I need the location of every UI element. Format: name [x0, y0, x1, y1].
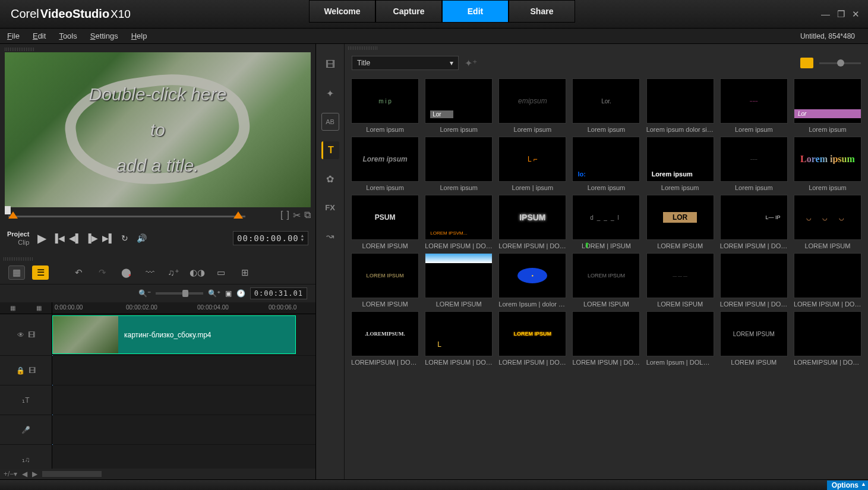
next-frame-icon[interactable]: ▐▶: [84, 230, 99, 246]
title-preset-thumb[interactable]: ~~~Lorem ipsum: [718, 137, 790, 191]
redo-icon[interactable]: ↷: [94, 265, 111, 280]
end-icon[interactable]: ▶▌: [100, 230, 116, 246]
title-track[interactable]: ₁T: [0, 385, 315, 415]
zoom-out-icon[interactable]: 🔍⁻: [138, 289, 151, 298]
undo-icon[interactable]: ↶: [70, 265, 87, 280]
voice-track[interactable]: 🎤: [0, 415, 315, 445]
voice-track-icon: 🎤: [21, 426, 30, 434]
mark-out-icon[interactable]: [233, 211, 243, 219]
overlay-track[interactable]: 🔒🎞: [0, 356, 315, 385]
step-welcome[interactable]: Welcome: [309, 0, 375, 23]
music-track[interactable]: ₁♫: [0, 445, 315, 469]
video-clip[interactable]: картинг-близко_сбоку.mp4: [52, 315, 296, 354]
timeline-toolbar: ▦ ☰ ↶ ↷ ⬤● 〰 ♫⁺ ◐◑ ▭ ⊞: [0, 261, 315, 284]
play-icon[interactable]: ▶: [34, 230, 49, 246]
timeline-zoom: 🔍⁻ 🔍⁺ ▣ 🕐 0:00:31.01: [0, 284, 315, 302]
music-track-icon: ₁♫: [22, 456, 30, 464]
timecode-display[interactable]: 00:00:00.00 ▲▼: [233, 231, 308, 245]
ruler-mark: 00:00:02.00: [126, 304, 157, 311]
thumb-label: Lorem ipsum: [661, 184, 699, 191]
preview-monitor[interactable]: Double-click here to add a title.: [5, 52, 311, 207]
track-mgr-a-icon[interactable]: ▦: [10, 305, 15, 311]
title-preset-thumb[interactable]: Lorem ipsumLorem ipsum: [645, 137, 716, 191]
scrub-bar[interactable]: [ ] ✂ ⧉: [5, 210, 311, 225]
fit-window-icon[interactable]: ▣: [225, 289, 232, 298]
zoom-slider[interactable]: [156, 292, 203, 295]
zoom-in-icon[interactable]: 🔍⁺: [208, 289, 220, 298]
options-button[interactable]: Options: [827, 480, 868, 490]
title-preset-thumb[interactable]: Lorem ipsum dolor sit a...: [645, 78, 716, 133]
audio-mixer-icon[interactable]: 〰: [141, 265, 158, 280]
title-preset-thumb[interactable]: Lorem Ipsum | DOLOR ...: [645, 311, 716, 366]
prev-frame-icon[interactable]: ◀▌: [67, 230, 83, 246]
menu-edit[interactable]: Edit: [33, 31, 46, 40]
thumb-label: LOREM IPSUM: [731, 359, 777, 366]
title-preset-thumb[interactable]: LorLorem ipsum: [792, 78, 863, 133]
title-preset-thumb[interactable]: LOREM IPSUM | DOL...: [792, 253, 863, 308]
clock-icon[interactable]: 🕐: [236, 289, 245, 298]
thumb-size-slider[interactable]: [819, 62, 861, 64]
multi-view-icon[interactable]: ⊞: [236, 265, 253, 280]
maximize-icon[interactable]: ❐: [837, 9, 845, 20]
panel-grip[interactable]: [5, 48, 34, 51]
home-icon[interactable]: ▐◀: [50, 230, 66, 246]
storyboard-view-icon[interactable]: ▦: [8, 265, 25, 280]
bracket-in-icon[interactable]: [: [280, 210, 283, 221]
track-mgr-b-icon[interactable]: ▦: [36, 305, 42, 311]
title-preset-thumb[interactable]: LORLOREM IPSUM: [645, 195, 716, 249]
project-info: Untitled, 854*480: [800, 32, 861, 40]
track-lock-icon[interactable]: 🔒: [16, 366, 25, 375]
scroll-right-icon[interactable]: ▶: [32, 470, 37, 478]
menu-help[interactable]: Help: [131, 31, 147, 40]
timeline-tracks: 👁🎞 картинг-близко_сбоку.mp4 🔒🎞 ₁T: [0, 314, 315, 469]
thumb-label: LOREM ISPUM: [657, 301, 703, 308]
title-preset-thumb[interactable]: ◡ ◡ ◡LOREM IPSUM: [792, 195, 863, 249]
close-icon[interactable]: ✕: [852, 9, 860, 20]
auto-music-icon[interactable]: ♫⁺: [165, 265, 182, 280]
title-preset-thumb[interactable]: — — —LOREM ISPUM: [645, 253, 716, 308]
track-vis-icon[interactable]: 👁: [17, 331, 24, 339]
title-preset-thumb[interactable]: Lorem ipsumLorem ipsum: [792, 137, 863, 191]
record-icon[interactable]: ⬤●: [118, 265, 134, 280]
timeline-ruler[interactable]: ▦ ▦ 0:00:00.00 00:00:02.00 00:00:04.00 0…: [0, 302, 315, 314]
menu-tools[interactable]: Tools: [59, 31, 77, 40]
mark-in-icon[interactable]: [8, 211, 18, 219]
playback-mode[interactable]: ProjectClip: [7, 230, 29, 246]
scroll-left-icon[interactable]: ◀: [22, 470, 27, 478]
step-edit[interactable]: Edit: [442, 0, 509, 23]
snapshot-icon[interactable]: ⧉: [304, 210, 311, 221]
subtitle-icon[interactable]: ▭: [213, 265, 229, 280]
title-preset-thumb[interactable]: L— IPLOREM IPSUM | DOL...: [718, 195, 790, 249]
title-preset-thumb[interactable]: LOREM IPSUM | DOL...: [718, 253, 790, 308]
thumbnail-view-icon[interactable]: [800, 58, 813, 68]
step-capture[interactable]: Capture: [375, 0, 442, 23]
playback-controls: ProjectClip ▶ ▐◀ ◀▌ ▐▶ ▶▌ ↻ 🔊 00:00:00.0…: [5, 225, 311, 251]
title-preset-thumb[interactable]: LOREM IPSUMLOREM IPSUM: [718, 311, 790, 366]
title-placeholder[interactable]: Double-click here to add a title.: [5, 52, 311, 207]
upload-icon[interactable]: ⬆: [575, 0, 599, 490]
video-track-1[interactable]: 👁🎞 картинг-близко_сбоку.mp4: [0, 314, 315, 356]
h-scrollbar[interactable]: [42, 471, 102, 477]
bracket-out-icon[interactable]: ]: [287, 210, 289, 221]
thumb-label: LOREM IPSUM: [657, 242, 703, 249]
timeline-view-icon[interactable]: ☰: [32, 265, 49, 280]
thumb-label: Lorem ipsum dolor sit a...: [646, 126, 714, 133]
volume-icon[interactable]: 🔊: [134, 230, 149, 246]
repeat-icon[interactable]: ↻: [117, 230, 132, 246]
cut-icon[interactable]: ✂: [293, 210, 301, 221]
title-preset-thumb[interactable]: ~~~Lorem ipsum: [718, 78, 790, 133]
thumb-label: LOREM IPSUM: [804, 242, 850, 249]
minimize-icon[interactable]: —: [821, 9, 830, 20]
multitrim-icon[interactable]: ◐◑: [189, 265, 206, 280]
add-track-icon[interactable]: +/−▾: [4, 470, 17, 478]
title-track-icon: ₁T: [22, 396, 29, 404]
video-track-icon: 🎞: [28, 331, 35, 339]
step-share[interactable]: Share: [509, 0, 575, 23]
thumb-label: LOREM IPSUM | DOL...: [720, 242, 788, 249]
thumb-label: LOREMIPSUM | DOLO...: [794, 359, 861, 366]
title-preset-thumb[interactable]: LOREMIPSUM | DOLO...: [792, 311, 863, 366]
clip-filename: картинг-близко_сбоку.mp4: [118, 331, 211, 339]
clip-thumbnail: [53, 316, 118, 353]
menu-settings[interactable]: Settings: [90, 31, 118, 40]
menu-file[interactable]: File: [7, 31, 20, 40]
